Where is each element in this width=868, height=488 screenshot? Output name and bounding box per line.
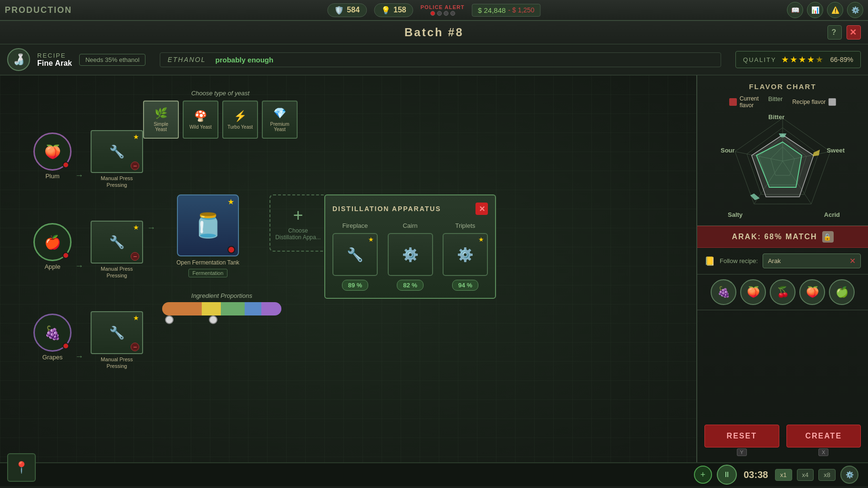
triplets-star: ★ [478, 236, 484, 243]
plum-press-minus[interactable]: − [131, 162, 139, 170]
reset-key-circle: Y [737, 448, 747, 456]
modal-close-button[interactable]: ✕ [475, 203, 488, 215]
bulb-icon: 💡 [381, 6, 391, 15]
legend-recipe: Recipe flavor [792, 95, 836, 109]
modal-header: DISTILLATION APPARATUS ✕ [332, 203, 488, 215]
bottom-buttons: RESET Y CREATE X [697, 417, 868, 462]
close-button[interactable]: ✕ [847, 25, 861, 40]
apple-press-minus[interactable]: − [131, 252, 139, 261]
axis-salty: Salty [728, 211, 743, 218]
yeast-turbo[interactable]: ⚡ Turbo Yeast [222, 101, 258, 139]
pentagon-svg [725, 113, 840, 218]
police-dot-1 [430, 11, 435, 16]
main-content: Choose type of yeast 🌿 SimpleYeast 🍄 Wil… [0, 75, 868, 462]
match-label: ARAK: 68% MATCH [732, 233, 817, 241]
grapes-press-minus[interactable]: − [131, 343, 139, 351]
settings-time-button[interactable]: ⚙️ [840, 466, 858, 484]
grapes-press-label: Manual PressPressing [101, 356, 133, 370]
fireplace-label: Fireplace [342, 222, 368, 229]
apple-ingredient[interactable]: 🍎 Apple [33, 223, 72, 270]
production-label: PRODUCTION [5, 5, 72, 15]
yeast-premium[interactable]: 💎 PremiumYeast [262, 101, 298, 139]
apple-press-inner: 🔧 ★ − [91, 221, 143, 264]
thumb-cherry[interactable]: 🍒 [770, 279, 796, 305]
cairn-icon: ⚙️ [402, 247, 419, 263]
shield-icon: 🛡️ [334, 6, 344, 15]
triplets-box[interactable]: ⚙️ ★ [443, 233, 488, 276]
recipe-book-icon: 📒 [704, 256, 715, 266]
recipe-clear-icon[interactable]: ✕ [849, 256, 856, 265]
prop-handle-2[interactable] [209, 315, 217, 324]
fireplace-star: ★ [368, 236, 374, 243]
bulb-stat: 💡 158 [374, 3, 413, 17]
fireplace-icon: 🔧 [347, 247, 363, 263]
chart-icon-btn[interactable]: 📊 [807, 2, 823, 18]
yeast-wild[interactable]: 🍄 Wild Yeast [183, 101, 218, 139]
timer-display: 03:38 [742, 469, 770, 480]
thumb-plum[interactable]: 🍑 [799, 279, 825, 305]
arrow-grapes-press: → [75, 352, 83, 362]
speed-x1-button[interactable]: x1 [775, 469, 792, 481]
apple-icon: 🍎 [44, 234, 61, 250]
grapes-press-icon: 🔧 [109, 325, 124, 340]
grapes-dot [62, 343, 69, 349]
recipe-bar: 🍶 RECIPE Fine Arak Needs 35% ethanol ETH… [0, 44, 868, 75]
fermentation-tank[interactable]: 🫙 ★ Open Fermentation Tank Fermentation [176, 194, 239, 277]
wild-yeast-icon: 🍄 [194, 110, 207, 122]
grapes-ingredient[interactable]: 🍇 Grapes [33, 314, 72, 361]
alert-icon-btn[interactable]: ⚠️ [827, 2, 843, 18]
reset-button[interactable]: RESET [704, 425, 779, 447]
settings-icon-btn[interactable]: ⚙️ [847, 2, 863, 18]
bitter-axis-legend: Bitter [768, 95, 783, 109]
bulb-value: 158 [393, 6, 406, 14]
fireplace-box[interactable]: 🔧 ★ [332, 233, 378, 276]
fireplace-pct: 89 % [342, 280, 369, 291]
recipe-select[interactable]: Arak ✕ [763, 254, 861, 268]
grapes-label: Grapes [42, 354, 63, 361]
police-alert-label: POLICE ALERT [421, 4, 465, 10]
pause-button[interactable]: ⏸ [717, 465, 737, 485]
proportion-bar[interactable] [162, 302, 281, 315]
lock-icon[interactable]: 🔒 [822, 231, 834, 243]
premium-yeast-label: PremiumYeast [270, 122, 289, 132]
yeast-simple[interactable]: 🌿 SimpleYeast [143, 101, 179, 139]
prop-handle-1[interactable] [165, 315, 174, 324]
prop-seg-5 [261, 302, 282, 315]
axis-bitter: Bitter [768, 113, 785, 121]
distill-choose[interactable]: + ChooseDistillation Appa... [269, 194, 327, 252]
prop-seg-4 [245, 302, 261, 315]
recipe-follow-label: Follow recipe: [720, 257, 758, 264]
production-area: Choose type of yeast 🌿 SimpleYeast 🍄 Wil… [0, 75, 696, 462]
speed-x8-button[interactable]: x8 [818, 469, 836, 481]
legend-current: Currentflavor [729, 95, 759, 109]
plum-press-icon: 🔧 [109, 144, 124, 159]
thumb-apple[interactable]: 🍏 [829, 279, 855, 305]
thumb-peach[interactable]: 🍑 [740, 279, 766, 305]
create-button[interactable]: CREATE [786, 425, 861, 447]
plum-ingredient[interactable]: 🍑 Plum [33, 132, 72, 180]
star-4: ★ [807, 54, 815, 65]
add-time-button[interactable]: + [694, 466, 712, 484]
turbo-yeast-label: Turbo Yeast [227, 124, 253, 130]
help-button[interactable]: ? [827, 25, 842, 40]
axis-acrid: Acrid [824, 211, 840, 218]
cairn-box[interactable]: ⚙️ [388, 233, 433, 276]
prop-seg-3 [221, 302, 245, 315]
recipe-follow-section: 📒 Follow recipe: Arak ✕ [697, 248, 868, 274]
grapes-circle: 🍇 [33, 314, 72, 352]
grapes-press[interactable]: 🔧 ★ − Manual PressPressing [91, 311, 143, 370]
recipe-name: Fine Arak [37, 59, 72, 68]
bottle-icon: 🍶 [7, 48, 30, 71]
map-button[interactable]: 📍 [7, 453, 36, 482]
arrow-plum-press: → [75, 171, 83, 181]
plum-press[interactable]: 🔧 ★ − Manual PressPressing [91, 130, 143, 189]
bottom-bar: 📍 + ⏸ 03:38 x1 x4 x8 ⚙️ [0, 462, 868, 486]
current-flavor-color [729, 98, 737, 106]
book-icon-btn[interactable]: 📖 [787, 2, 803, 18]
thumb-grapes[interactable]: 🍇 [711, 279, 736, 305]
speed-x4-button[interactable]: x4 [797, 469, 814, 481]
top-bar: PRODUCTION 🛡️ 584 💡 158 POLICE ALERT $ 2… [0, 0, 868, 21]
triplets-icon: ⚙️ [457, 247, 474, 263]
apple-press[interactable]: 🔧 ★ − Manual PressPressing [91, 221, 143, 279]
top-bar-left: PRODUCTION [5, 5, 72, 15]
